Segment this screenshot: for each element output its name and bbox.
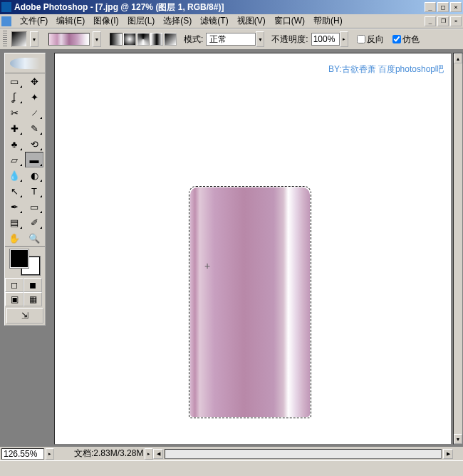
gradient-rectangle-shape [190, 187, 310, 417]
doc-size-value: 2.83M/3.28M [93, 448, 143, 458]
lasso-tool[interactable]: ʆ [5, 89, 24, 105]
crop-tool[interactable]: ✂ [5, 105, 24, 120]
resize-corner[interactable] [453, 449, 463, 459]
slice-tool[interactable]: ⟋ [25, 105, 43, 120]
gradient-radial-button[interactable] [123, 33, 136, 46]
gradient-type-group [110, 33, 177, 46]
brush-tool[interactable]: ✎ [25, 120, 43, 136]
foreground-color-swatch[interactable] [10, 249, 28, 268]
gradient-linear-button[interactable] [110, 33, 123, 46]
notes-tool[interactable]: ▤ [5, 214, 24, 230]
scroll-up-button[interactable]: ▲ [454, 53, 462, 63]
quickmask-mode-button[interactable]: ◼ [24, 278, 42, 292]
gradient-preview[interactable] [48, 33, 90, 46]
menu-layer[interactable]: 图层(L) [123, 14, 160, 29]
gradient-angle-button[interactable] [137, 33, 150, 46]
type-tool[interactable]: T [25, 183, 43, 199]
menu-edit[interactable]: 编辑(E) [52, 14, 89, 29]
zoom-dropdown[interactable]: ▸ [46, 448, 54, 460]
gradient-tool-icon [11, 31, 27, 47]
document-canvas[interactable]: BY:古欲香萧 百度photoshop吧 + [54, 53, 452, 445]
gradient-picker-dropdown[interactable]: ▼ [93, 31, 101, 47]
screen-standard-button[interactable]: ▣ [5, 292, 24, 306]
opacity-field[interactable]: ▸ [311, 31, 348, 47]
dither-label: 仿色 [402, 33, 420, 46]
blend-mode-label: 模式: [184, 33, 203, 46]
menu-view[interactable]: 视图(V) [233, 14, 270, 29]
doc-restore-button[interactable]: ❐ [437, 16, 449, 26]
color-swatches[interactable] [10, 249, 40, 275]
eyedropper-tool[interactable]: ✐ [25, 214, 43, 230]
gradient-reflected-button[interactable] [150, 33, 163, 46]
menu-help[interactable]: 帮助(H) [309, 14, 347, 29]
screen-mode-group: ▣ ▦ [5, 292, 45, 306]
dither-checkbox[interactable] [392, 35, 401, 43]
healing-tool[interactable]: ✚ [5, 120, 24, 136]
zoom-tool[interactable]: 🔍 [25, 230, 43, 246]
options-grip-icon[interactable] [3, 31, 7, 48]
tool-options-bar: ▼ ▼ 模式: ▼ 不透明度: ▸ 反向 仿色 [0, 29, 463, 50]
gradient-tool[interactable]: ▬ [25, 152, 43, 167]
edit-mode-group: ◻ ◼ [5, 278, 45, 292]
doc-minimize-button[interactable]: _ [425, 16, 436, 26]
shape-tool[interactable]: ▭ [25, 199, 43, 214]
standard-mode-button[interactable]: ◻ [5, 278, 24, 292]
window-buttons: _ □ × [425, 2, 462, 12]
window-title: Adobe Photoshop - [7.jpg @ 127% (图层 1, R… [14, 0, 425, 14]
blend-mode-select[interactable]: ▼ [206, 31, 264, 47]
app-status-bar [0, 460, 463, 476]
dodge-tool[interactable]: ◐ [25, 167, 43, 183]
horizontal-scrollbar[interactable] [165, 449, 442, 459]
minimize-button[interactable]: _ [425, 2, 436, 12]
menu-image[interactable]: 图像(I) [89, 14, 123, 29]
eraser-tool[interactable]: ▱ [5, 152, 24, 167]
menu-bar: 文件(F) 编辑(E) 图像(I) 图层(L) 选择(S) 滤镜(T) 视图(V… [0, 14, 463, 29]
tools-header[interactable] [5, 53, 45, 73]
gradient-diamond-button[interactable] [164, 33, 177, 46]
zoom-field[interactable] [1, 448, 44, 460]
blend-mode-value[interactable] [206, 33, 256, 46]
path-select-tool[interactable]: ↖ [5, 183, 24, 199]
close-button[interactable]: × [450, 2, 462, 12]
blur-tool[interactable]: 💧 [5, 167, 24, 183]
doc-size-label: 文档:2.83M/3.28M [74, 447, 143, 460]
dither-checkbox-item[interactable]: 仿色 [392, 33, 420, 46]
vertical-scrollbar[interactable]: ▲ ▼ [453, 53, 463, 445]
jump-to-imageready-button[interactable]: ⇲ [6, 308, 43, 324]
menu-file[interactable]: 文件(F) [16, 14, 52, 29]
scroll-left-button[interactable]: ◀ [153, 449, 163, 459]
work-area: ▭ ✥ ʆ ✦ ✂ ⟋ ✚ ✎ ♣ ⟲ ▱ ▬ 💧 ◐ ↖ T ✒ ▭ ▤ ✐ … [0, 50, 463, 460]
opacity-value[interactable] [311, 33, 340, 46]
menu-filter[interactable]: 滤镜(T) [196, 14, 232, 29]
scroll-down-button[interactable]: ▼ [454, 434, 462, 444]
menu-select[interactable]: 选择(S) [159, 14, 196, 29]
document-window-buttons: _ ❐ × [425, 16, 462, 26]
feather-icon [10, 58, 40, 69]
doc-label: 文档: [74, 448, 93, 458]
credit-text: BY:古欲香萧 百度photoshop吧 [328, 63, 444, 76]
move-tool[interactable]: ✥ [25, 73, 43, 89]
stamp-tool[interactable]: ♣ [5, 136, 24, 152]
doc-info-dropdown[interactable]: ▸ [145, 448, 153, 460]
screen-full-menubar-button[interactable]: ▦ [24, 292, 42, 306]
reverse-label: 反向 [367, 33, 384, 46]
window-titlebar: Adobe Photoshop - [7.jpg @ 127% (图层 1, R… [0, 0, 463, 14]
canvas-inner[interactable]: BY:古欲香萧 百度photoshop吧 + [55, 53, 451, 444]
doc-close-button[interactable]: × [450, 16, 462, 26]
opacity-label: 不透明度: [271, 33, 308, 46]
menu-window[interactable]: 窗口(W) [270, 14, 309, 29]
wand-tool[interactable]: ✦ [25, 89, 43, 105]
blend-mode-dropdown[interactable]: ▼ [256, 31, 264, 47]
maximize-button[interactable]: □ [437, 2, 449, 12]
reverse-checkbox-item[interactable]: 反向 [357, 33, 384, 46]
document-icon [1, 16, 11, 26]
marquee-tool[interactable]: ▭ [5, 73, 24, 89]
tool-preset-dropdown[interactable]: ▼ [30, 31, 38, 47]
history-brush-tool[interactable]: ⟲ [25, 136, 43, 152]
hand-tool[interactable]: ✋ [5, 230, 24, 246]
reverse-checkbox[interactable] [357, 35, 365, 43]
scroll-right-button[interactable]: ▶ [443, 449, 453, 459]
pen-tool[interactable]: ✒ [5, 199, 24, 214]
opacity-dropdown[interactable]: ▸ [340, 31, 348, 47]
tools-palette[interactable]: ▭ ✥ ʆ ✦ ✂ ⟋ ✚ ✎ ♣ ⟲ ▱ ▬ 💧 ◐ ↖ T ✒ ▭ ▤ ✐ … [4, 53, 46, 326]
